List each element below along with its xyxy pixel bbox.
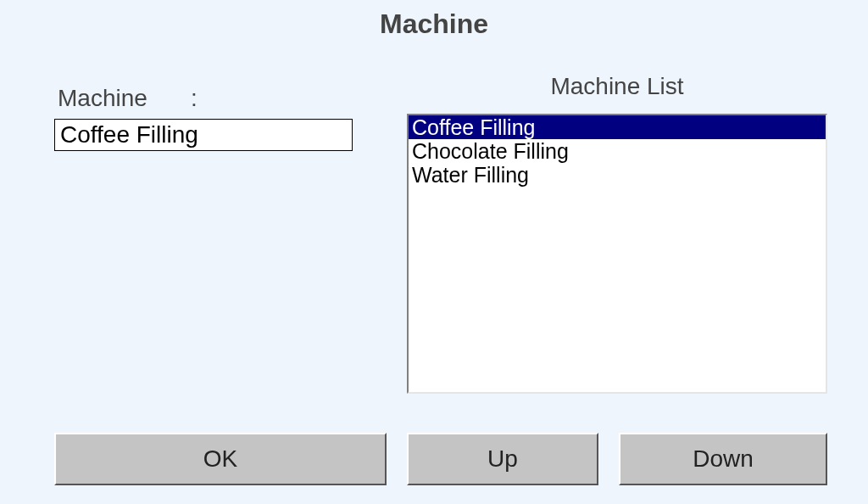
- machine-input[interactable]: Coffee Filling: [54, 119, 353, 151]
- list-item[interactable]: Coffee Filling: [409, 115, 826, 139]
- list-item[interactable]: Chocolate Filling: [409, 139, 826, 163]
- machine-list-label: Machine List: [407, 73, 827, 100]
- machine-field-label: Machine: [58, 85, 147, 112]
- machine-field-colon: :: [191, 85, 198, 112]
- list-item[interactable]: Water Filling: [409, 163, 826, 187]
- machine-list[interactable]: Coffee FillingChocolate FillingWater Fil…: [407, 114, 827, 394]
- page-title: Machine: [0, 8, 868, 40]
- down-button[interactable]: Down: [619, 433, 827, 485]
- ok-button[interactable]: OK: [54, 433, 387, 485]
- up-button[interactable]: Up: [407, 433, 598, 485]
